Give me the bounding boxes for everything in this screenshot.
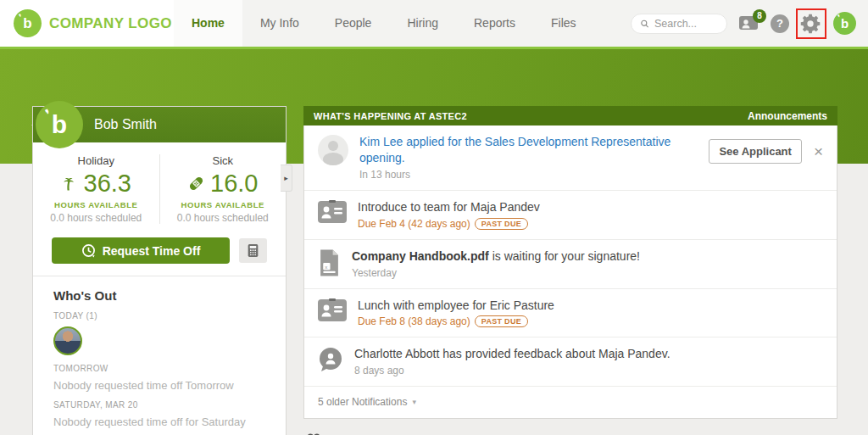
panel-header: WHAT'S HAPPENING AT ASTEC2 Announcements [303,106,837,125]
request-row: Request Time Off [33,232,286,276]
due-date: Due Feb 8 (38 days ago) [358,315,470,327]
notification-title[interactable]: Charlotte Abbott has provided feedback a… [354,346,823,362]
chevron-right-icon: ▸ [284,174,288,182]
announcements-link[interactable]: Announcements [748,110,827,122]
search-icon [640,18,649,30]
notification-time: Yesterday [352,267,823,279]
whos-out-section: Who's Out TODAY (1) TOMORROW Nobody requ… [33,276,286,428]
user-avatar[interactable]: ❜ b [833,12,856,35]
notification-link[interactable]: Kim Lee applied for the Sales Developmen… [359,134,698,166]
notification-title[interactable]: Company Handbook.pdf is waiting for your… [352,248,823,265]
search-input[interactable] [654,18,718,30]
tomorrow-empty-text: Nobody requested time off Tomorrow [53,379,265,392]
nav-tab-my-info[interactable]: My Info [242,0,317,47]
help-button[interactable]: ? [771,14,789,33]
feedback-bubble-icon [318,347,343,372]
notification-applicant: Kim Lee applied for the Sales Developmen… [304,125,837,191]
notifications-card: Kim Lee applied for the Sales Developmen… [303,125,837,419]
saturday-label: SATURDAY, MAR 20 [53,400,265,410]
time-off-stats: Holiday 36.3 HOURS AVAILABLE 0.0 hours s… [33,142,286,232]
today-label: TODAY (1) [53,311,265,321]
past-due-badge: PAST DUE [475,315,528,327]
out-today-avatar[interactable] [53,326,82,355]
bandage-icon [187,175,205,192]
notification-title[interactable]: Lunch with employee for Eric Pasture [358,298,823,314]
employee-avatar[interactable]: ❜ b [36,101,83,148]
nav-tab-files[interactable]: Files [533,0,594,47]
older-notifications-toggle[interactable]: 5 older Notifications ▾ [304,387,837,418]
gear-icon [800,13,822,35]
stat-sick[interactable]: Sick 16.0 HOURS AVAILABLE 0.0 hours sche… [160,154,287,224]
notification-signature: x Company Handbook.pdf is waiting for yo… [304,240,837,289]
nav-tab-reports[interactable]: Reports [456,0,533,47]
app-window: ❜ b COMPANY LOGO HERE Home My Info Peopl… [0,0,868,435]
settings-button[interactable] [800,13,822,35]
past-due-badge: PAST DUE [475,218,528,230]
logo-mark-icon: ❜ b [14,9,42,37]
id-card-icon [318,298,347,321]
calculator-button[interactable] [239,238,267,263]
close-icon[interactable]: × [814,143,823,159]
id-card-icon [318,200,347,223]
topbar-controls: 8 ? ❜ b [631,0,856,47]
inbox-button[interactable]: 8 [738,15,760,32]
nav-tab-hiring[interactable]: Hiring [389,0,456,47]
caret-down-icon: ▾ [412,398,416,406]
saturday-empty-text: Nobody requested time off for Saturday [53,415,265,428]
main-nav: Home My Info People Hiring Reports Files [174,0,594,47]
notification-badge: 8 [753,9,766,23]
stats-expand-handle[interactable]: ▸ [281,165,292,192]
whats-happening-panel: WHAT'S HAPPENING AT ASTEC2 Announcements… [303,106,837,435]
notification-task: Lunch with employee for Eric Pasture Due… [304,289,837,338]
due-date: Due Feb 4 (42 days ago) [358,218,470,230]
notification-time: 8 days ago [354,365,823,376]
signature-doc-icon: x [318,249,341,276]
notification-task: Introduce to team for Maja Pandev Due Fe… [304,191,837,240]
tomorrow-label: TOMORROW [53,364,265,373]
applicant-avatar-icon [318,135,348,165]
palm-icon [61,175,79,192]
calculator-icon [247,243,259,258]
employee-card: ❜ b Bob Smith Holiday 36.3 HOURS AVAILAB… [32,106,287,435]
see-applicant-button[interactable]: See Applicant [709,139,801,164]
panel-title: WHAT'S HAPPENING AT ASTEC2 [314,111,467,121]
request-time-off-button[interactable]: Request Time Off [52,237,230,264]
notification-title[interactable]: Introduce to team for Maja Pandev [358,199,823,215]
employee-header: ❜ b Bob Smith [33,107,286,142]
whos-out-title: Who's Out [53,288,265,303]
notification-feedback: Charlotte Abbott has provided feedback a… [304,337,837,387]
search-box[interactable] [631,14,727,34]
nav-tab-people[interactable]: People [317,0,390,47]
stat-holiday[interactable]: Holiday 36.3 HOURS AVAILABLE 0.0 hours s… [33,154,160,224]
clock-icon [81,243,96,258]
nav-tab-home[interactable]: Home [174,0,242,47]
top-bar: ❜ b COMPANY LOGO HERE Home My Info Peopl… [0,0,868,47]
notification-time: In 13 hours [359,169,698,181]
